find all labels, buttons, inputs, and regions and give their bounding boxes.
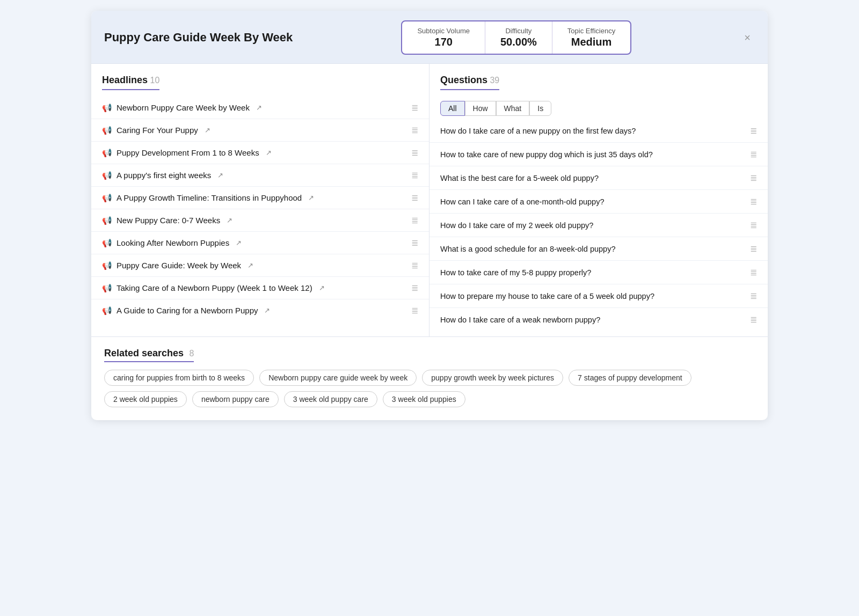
question-text: How to take care of new puppy dog which … [440, 150, 750, 159]
subtopic-volume-label: Subtopic Volume [417, 27, 470, 35]
question-item: How to prepare my house to take care of … [430, 284, 768, 308]
topic-efficiency-label: Topic Efficiency [567, 27, 615, 35]
related-search-tag[interactable]: 3 week old puppy care [284, 391, 377, 407]
headline-item: 📢 New Puppy Care: 0-7 Weeks ↗ ≣ [91, 209, 429, 232]
question-text: How to prepare my house to take care of … [440, 292, 750, 300]
external-link-icon[interactable]: ↗ [205, 126, 210, 134]
headlines-list: 📢 Newborn Puppy Care Week by Week ↗ ≣ 📢 … [91, 97, 429, 321]
add-to-list-icon[interactable]: ≣ [411, 102, 418, 113]
filter-btn-how[interactable]: How [465, 101, 496, 116]
megaphone-icon: 📢 [102, 306, 112, 316]
headline-left: 📢 Taking Care of a Newborn Puppy (Week 1… [102, 283, 325, 293]
headline-text: Caring For Your Puppy [117, 126, 198, 135]
headlines-count: 10 [150, 76, 160, 85]
external-link-icon[interactable]: ↗ [217, 171, 223, 179]
topic-efficiency-stat: Topic Efficiency Medium [552, 21, 630, 54]
questions-count: 39 [490, 76, 499, 85]
headline-left: 📢 New Puppy Care: 0-7 Weeks ↗ [102, 216, 232, 225]
headline-item: 📢 A puppy's first eight weeks ↗ ≣ [91, 164, 429, 187]
question-text: What is the best care for a 5-week old p… [440, 174, 750, 182]
external-link-icon[interactable]: ↗ [247, 261, 253, 269]
filter-btn-what[interactable]: What [496, 101, 530, 116]
panel: Puppy Care Guide Week By Week Subtopic V… [91, 11, 768, 420]
add-to-list-icon[interactable]: ≣ [411, 148, 418, 158]
add-to-list-icon[interactable]: ≣ [750, 314, 757, 325]
headline-left: 📢 Puppy Care Guide: Week by Week ↗ [102, 261, 253, 270]
stats-box: Subtopic Volume 170 Difficulty 50.00% To… [401, 20, 631, 55]
external-link-icon[interactable]: ↗ [266, 149, 272, 157]
question-text: How do I take care of a weak newborn pup… [440, 316, 750, 324]
megaphone-icon: 📢 [102, 103, 112, 113]
add-to-list-icon[interactable]: ≣ [411, 193, 418, 203]
add-to-list-icon[interactable]: ≣ [750, 244, 757, 254]
add-to-list-icon[interactable]: ≣ [750, 291, 757, 301]
related-search-tag[interactable]: puppy growth week by week pictures [422, 370, 563, 386]
filter-btn-is[interactable]: Is [529, 101, 551, 116]
add-to-list-icon[interactable]: ≣ [750, 173, 757, 183]
add-to-list-icon[interactable]: ≣ [411, 215, 418, 225]
add-to-list-icon[interactable]: ≣ [750, 196, 757, 207]
related-search-tag[interactable]: Newborn puppy care guide week by week [259, 370, 417, 386]
add-to-list-icon[interactable]: ≣ [411, 238, 418, 248]
difficulty-label: Difficulty [500, 27, 537, 35]
headline-text: A puppy's first eight weeks [117, 171, 211, 180]
add-to-list-icon[interactable]: ≣ [750, 267, 757, 277]
headline-item: 📢 Puppy Care Guide: Week by Week ↗ ≣ [91, 254, 429, 277]
headline-item: 📢 A Guide to Caring for a Newborn Puppy … [91, 299, 429, 321]
external-link-icon[interactable]: ↗ [256, 104, 262, 112]
add-to-list-icon[interactable]: ≣ [411, 125, 418, 135]
question-text: What is a good schedule for an 8-week-ol… [440, 245, 750, 253]
questions-section: Questions 39 AllHowWhatIs How do I take … [430, 64, 768, 336]
headline-text: Newborn Puppy Care Week by Week [117, 103, 250, 112]
headline-left: 📢 Puppy Development From 1 to 8 Weeks ↗ [102, 148, 272, 158]
megaphone-icon: 📢 [102, 283, 112, 293]
external-link-icon[interactable]: ↗ [319, 284, 325, 292]
header: Puppy Care Guide Week By Week Subtopic V… [91, 11, 768, 64]
tags-container: caring for puppies from birth to 8 weeks… [104, 370, 755, 407]
headline-item: 📢 Puppy Development From 1 to 8 Weeks ↗ … [91, 142, 429, 164]
megaphone-icon: 📢 [102, 126, 112, 135]
external-link-icon[interactable]: ↗ [236, 239, 242, 247]
headline-text: A Puppy Growth Timeline: Transitions in … [117, 193, 302, 202]
add-to-list-icon[interactable]: ≣ [411, 283, 418, 293]
add-to-list-icon[interactable]: ≣ [750, 149, 757, 159]
related-search-tag[interactable]: 7 stages of puppy development [569, 370, 691, 386]
question-item: How can I take care of a one-month-old p… [430, 190, 768, 214]
headline-text: Puppy Care Guide: Week by Week [117, 261, 241, 270]
topic-efficiency-value: Medium [567, 36, 615, 48]
headlines-section: Headlines 10 📢 Newborn Puppy Care Week b… [91, 64, 430, 336]
headline-left: 📢 A Guide to Caring for a Newborn Puppy … [102, 306, 270, 316]
panel-title: Puppy Care Guide Week By Week [104, 31, 293, 45]
related-search-tag[interactable]: 2 week old puppies [104, 391, 187, 407]
question-item: What is a good schedule for an 8-week-ol… [430, 237, 768, 261]
main-content: Headlines 10 📢 Newborn Puppy Care Week b… [91, 64, 768, 337]
add-to-list-icon[interactable]: ≣ [411, 260, 418, 270]
megaphone-icon: 📢 [102, 171, 112, 180]
difficulty-value: 50.00% [500, 36, 537, 48]
question-item: What is the best care for a 5-week old p… [430, 166, 768, 190]
close-button[interactable]: × [740, 30, 755, 45]
external-link-icon[interactable]: ↗ [227, 216, 232, 224]
add-to-list-icon[interactable]: ≣ [750, 126, 757, 136]
question-item: How do I take care of my 2 week old pupp… [430, 214, 768, 237]
add-to-list-icon[interactable]: ≣ [750, 220, 757, 230]
question-text: How do I take care of a new puppy on the… [440, 127, 750, 135]
filter-btn-all[interactable]: All [440, 101, 465, 116]
subtopic-volume-value: 170 [417, 36, 470, 48]
question-text: How can I take care of a one-month-old p… [440, 197, 750, 206]
related-search-tag[interactable]: 3 week old puppies [383, 391, 465, 407]
related-search-tag[interactable]: newborn puppy care [192, 391, 279, 407]
filter-buttons: AllHowWhatIs [440, 101, 551, 116]
headline-item: 📢 A Puppy Growth Timeline: Transitions i… [91, 187, 429, 209]
headline-left: 📢 Newborn Puppy Care Week by Week ↗ [102, 103, 262, 113]
related-search-tag[interactable]: caring for puppies from birth to 8 weeks [104, 370, 254, 386]
add-to-list-icon[interactable]: ≣ [411, 305, 418, 316]
add-to-list-icon[interactable]: ≣ [411, 170, 418, 180]
external-link-icon[interactable]: ↗ [308, 194, 314, 202]
difficulty-stat: Difficulty 50.00% [485, 21, 552, 54]
headline-item: 📢 Newborn Puppy Care Week by Week ↗ ≣ [91, 97, 429, 119]
related-count: 8 [190, 349, 194, 358]
external-link-icon[interactable]: ↗ [264, 306, 270, 314]
headline-left: 📢 A Puppy Growth Timeline: Transitions i… [102, 193, 314, 203]
headline-text: Looking After Newborn Puppies [117, 238, 229, 247]
